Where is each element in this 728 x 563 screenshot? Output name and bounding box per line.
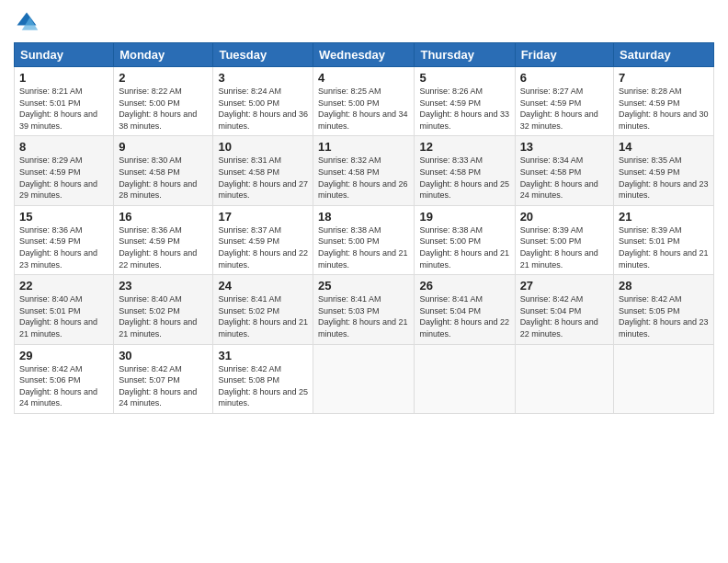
day-number: 14 [619,140,709,154]
weekday-header: Thursday [415,43,515,67]
calendar-body: 1Sunrise: 8:21 AMSunset: 5:01 PMDaylight… [15,67,714,414]
weekday-header: Monday [114,43,213,67]
day-info: Sunrise: 8:41 AMSunset: 5:02 PMDaylight:… [218,293,308,339]
day-info: Sunrise: 8:42 AMSunset: 5:06 PMDaylight:… [19,363,108,409]
day-info: Sunrise: 8:39 AMSunset: 5:00 PMDaylight:… [520,224,609,270]
calendar-cell: 22Sunrise: 8:40 AMSunset: 5:01 PMDayligh… [15,275,114,344]
calendar-cell: 3Sunrise: 8:24 AMSunset: 5:00 PMDaylight… [213,67,313,136]
day-info: Sunrise: 8:42 AMSunset: 5:05 PMDaylight:… [619,293,709,339]
calendar-cell: 8Sunrise: 8:29 AMSunset: 4:59 PMDaylight… [15,136,114,205]
calendar-cell: 18Sunrise: 8:38 AMSunset: 5:00 PMDayligh… [313,205,415,274]
day-number: 23 [119,279,208,293]
day-number: 20 [520,210,609,224]
day-info: Sunrise: 8:22 AMSunset: 5:00 PMDaylight:… [119,86,208,132]
calendar-cell: 7Sunrise: 8:28 AMSunset: 4:59 PMDaylight… [614,67,714,136]
day-number: 15 [19,210,108,224]
day-number: 3 [218,71,308,85]
day-number: 9 [119,140,208,154]
day-info: Sunrise: 8:33 AMSunset: 4:58 PMDaylight:… [419,155,509,201]
calendar-cell: 11Sunrise: 8:32 AMSunset: 4:58 PMDayligh… [313,136,415,205]
day-number: 12 [419,140,509,154]
day-info: Sunrise: 8:25 AMSunset: 5:00 PMDaylight:… [318,86,409,132]
day-info: Sunrise: 8:40 AMSunset: 5:02 PMDaylight:… [119,293,208,339]
day-number: 10 [218,140,308,154]
calendar-cell [515,344,613,413]
day-info: Sunrise: 8:41 AMSunset: 5:04 PMDaylight:… [419,293,509,339]
day-number: 1 [19,71,108,85]
calendar-cell [313,344,415,413]
calendar-week-row: 29Sunrise: 8:42 AMSunset: 5:06 PMDayligh… [15,344,714,413]
weekday-header: Wednesday [313,43,415,67]
calendar-cell: 28Sunrise: 8:42 AMSunset: 5:05 PMDayligh… [614,275,714,344]
calendar-cell: 17Sunrise: 8:37 AMSunset: 4:59 PMDayligh… [213,205,313,274]
calendar-cell: 1Sunrise: 8:21 AMSunset: 5:01 PMDaylight… [15,67,114,136]
weekday-header: Sunday [15,43,114,67]
day-info: Sunrise: 8:36 AMSunset: 4:59 PMDaylight:… [19,224,108,270]
day-info: Sunrise: 8:21 AMSunset: 5:01 PMDaylight:… [19,86,108,132]
day-number: 26 [419,279,509,293]
calendar-cell: 29Sunrise: 8:42 AMSunset: 5:06 PMDayligh… [15,344,114,413]
calendar-cell: 10Sunrise: 8:31 AMSunset: 4:58 PMDayligh… [213,136,313,205]
calendar-cell: 2Sunrise: 8:22 AMSunset: 5:00 PMDaylight… [114,67,213,136]
day-info: Sunrise: 8:42 AMSunset: 5:04 PMDaylight:… [520,293,609,339]
day-info: Sunrise: 8:31 AMSunset: 4:58 PMDaylight:… [218,155,308,201]
calendar-cell: 21Sunrise: 8:39 AMSunset: 5:01 PMDayligh… [614,205,714,274]
day-info: Sunrise: 8:42 AMSunset: 5:07 PMDaylight:… [119,363,208,409]
day-number: 18 [318,210,409,224]
day-number: 21 [619,210,709,224]
day-number: 25 [318,279,409,293]
logo-icon [14,9,40,35]
day-number: 8 [19,140,108,154]
weekday-header: Tuesday [213,43,313,67]
day-number: 22 [19,279,108,293]
day-info: Sunrise: 8:41 AMSunset: 5:03 PMDaylight:… [318,293,409,339]
day-number: 19 [419,210,509,224]
day-info: Sunrise: 8:32 AMSunset: 4:58 PMDaylight:… [318,155,409,201]
calendar-cell: 9Sunrise: 8:30 AMSunset: 4:58 PMDaylight… [114,136,213,205]
calendar-cell: 5Sunrise: 8:26 AMSunset: 4:59 PMDaylight… [415,67,515,136]
day-number: 2 [119,71,208,85]
calendar-cell [614,344,714,413]
calendar-cell: 20Sunrise: 8:39 AMSunset: 5:00 PMDayligh… [515,205,613,274]
weekday-header: Friday [515,43,613,67]
header [14,9,714,35]
day-info: Sunrise: 8:39 AMSunset: 5:01 PMDaylight:… [619,224,709,270]
day-number: 30 [119,349,208,362]
day-info: Sunrise: 8:36 AMSunset: 4:59 PMDaylight:… [119,224,208,270]
logo [14,9,43,35]
calendar-week-row: 8Sunrise: 8:29 AMSunset: 4:59 PMDaylight… [15,136,714,205]
calendar-cell: 14Sunrise: 8:35 AMSunset: 4:59 PMDayligh… [614,136,714,205]
day-number: 4 [318,71,409,85]
calendar-week-row: 1Sunrise: 8:21 AMSunset: 5:01 PMDaylight… [15,67,714,136]
day-number: 24 [218,279,308,293]
calendar-cell: 6Sunrise: 8:27 AMSunset: 4:59 PMDaylight… [515,67,613,136]
calendar-cell: 4Sunrise: 8:25 AMSunset: 5:00 PMDaylight… [313,67,415,136]
calendar-cell: 24Sunrise: 8:41 AMSunset: 5:02 PMDayligh… [213,275,313,344]
day-info: Sunrise: 8:42 AMSunset: 5:08 PMDaylight:… [218,363,308,409]
calendar-cell: 26Sunrise: 8:41 AMSunset: 5:04 PMDayligh… [415,275,515,344]
calendar-week-row: 15Sunrise: 8:36 AMSunset: 4:59 PMDayligh… [15,205,714,274]
calendar-week-row: 22Sunrise: 8:40 AMSunset: 5:01 PMDayligh… [15,275,714,344]
day-number: 6 [520,71,609,85]
page: SundayMondayTuesdayWednesdayThursdayFrid… [0,0,728,563]
calendar-cell: 30Sunrise: 8:42 AMSunset: 5:07 PMDayligh… [114,344,213,413]
day-number: 27 [520,279,609,293]
calendar-cell: 31Sunrise: 8:42 AMSunset: 5:08 PMDayligh… [213,344,313,413]
day-info: Sunrise: 8:27 AMSunset: 4:59 PMDaylight:… [520,86,609,132]
calendar-cell: 27Sunrise: 8:42 AMSunset: 5:04 PMDayligh… [515,275,613,344]
calendar-cell: 16Sunrise: 8:36 AMSunset: 4:59 PMDayligh… [114,205,213,274]
day-number: 28 [619,279,709,293]
day-number: 5 [419,71,509,85]
day-number: 29 [19,349,108,362]
calendar-cell [415,344,515,413]
day-info: Sunrise: 8:34 AMSunset: 4:58 PMDaylight:… [520,155,609,201]
calendar-cell: 23Sunrise: 8:40 AMSunset: 5:02 PMDayligh… [114,275,213,344]
day-info: Sunrise: 8:38 AMSunset: 5:00 PMDaylight:… [318,224,409,270]
day-number: 13 [520,140,609,154]
calendar-cell: 25Sunrise: 8:41 AMSunset: 5:03 PMDayligh… [313,275,415,344]
day-info: Sunrise: 8:29 AMSunset: 4:59 PMDaylight:… [19,155,108,201]
day-info: Sunrise: 8:38 AMSunset: 5:00 PMDaylight:… [419,224,509,270]
calendar-cell: 13Sunrise: 8:34 AMSunset: 4:58 PMDayligh… [515,136,613,205]
day-info: Sunrise: 8:30 AMSunset: 4:58 PMDaylight:… [119,155,208,201]
calendar-cell: 12Sunrise: 8:33 AMSunset: 4:58 PMDayligh… [415,136,515,205]
